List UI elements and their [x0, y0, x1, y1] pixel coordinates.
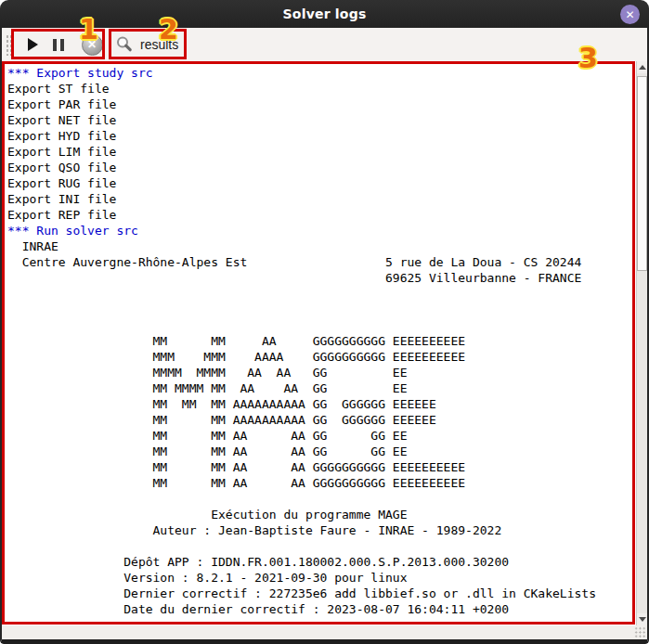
- log-line: Auteur : Jean-Baptiste Faure - INRAE - 1…: [7, 522, 636, 538]
- log-line: [7, 538, 636, 554]
- close-icon: ✕: [625, 8, 634, 21]
- play-button[interactable]: [21, 32, 44, 57]
- results-button-label: results: [140, 37, 178, 52]
- scrollbar-thumb[interactable]: [637, 76, 647, 271]
- log-line: 69625 Villeurbanne - FRANCE: [7, 270, 636, 286]
- log-line: Export REP file: [7, 207, 636, 223]
- cancel-button[interactable]: ✕: [80, 32, 104, 57]
- scrollbar-down-button[interactable]: [637, 613, 647, 625]
- log-line: Export HYD file: [7, 128, 636, 144]
- log-line: MM MM AAAAAAAAAA GG GGGGGG EEEEEE: [7, 412, 636, 428]
- log-line: MM MM MM AAAAAAAAAA GG GGGGGG EEEEEE: [7, 396, 636, 412]
- log-line: Dépôt APP : IDDN.FR.001.180002.000.S.P.2…: [7, 554, 636, 570]
- log-line: Export QSO file: [7, 160, 636, 175]
- log-line: Dernier correctif : 227235e6 add libbief…: [7, 586, 636, 601]
- window-body: ✕ results *** Export study srcExport ST …: [0, 28, 649, 644]
- screen: Solver logs ✕ ✕: [0, 0, 649, 644]
- toolbar: ✕ results: [2, 28, 647, 61]
- log-area[interactable]: *** Export study srcExport ST fileExport…: [2, 61, 636, 625]
- log-line: [7, 491, 636, 507]
- resize-grip[interactable]: [634, 626, 646, 638]
- log-line: MM MMMM MM AA AA GG EE: [7, 380, 636, 396]
- log-line: *** Export study src: [7, 65, 636, 81]
- down-arrow-icon: [639, 617, 646, 622]
- log-line: Centre Auvergne-Rhône-Alpes Est 5 rue de…: [7, 254, 636, 270]
- log-line: [7, 302, 636, 317]
- log-line: [7, 286, 636, 302]
- toolbar-grip-handle[interactable]: [6, 34, 13, 56]
- search-icon: [115, 35, 134, 54]
- log-line: Export RUG file: [7, 175, 636, 191]
- up-arrow-icon: [639, 65, 646, 70]
- log-line: Export ST file: [7, 81, 636, 97]
- log-line: MM MM AA AA GGGGGGGGGG EEEEEEEEEE: [7, 459, 636, 475]
- log-line: Export NET file: [7, 112, 636, 128]
- log-line: *** Run solver src: [7, 223, 636, 238]
- log-line: MM MM AA AA GG GG EE: [7, 444, 636, 459]
- log-text: *** Export study srcExport ST fileExport…: [2, 61, 636, 617]
- status-bar: [2, 625, 647, 639]
- close-button[interactable]: ✕: [620, 5, 640, 24]
- log-line: Exécution du programme MAGE: [7, 507, 636, 522]
- log-line: Date du dernier correctif : 2023-08-07 1…: [7, 601, 636, 617]
- log-line: Version : 8.2.1 - 2021-09-30 pour linux: [7, 570, 636, 586]
- log-line: MM MM AA AA GGGGGGGGGG EEEEEEEEEE: [7, 475, 636, 491]
- log-line: MMMM MMMM AA AA GG EE: [7, 365, 636, 380]
- log-line: MM MM AA AA GG GG EE: [7, 428, 636, 444]
- pause-button[interactable]: [49, 32, 68, 57]
- results-button[interactable]: results: [111, 32, 182, 58]
- log-line: MMM MMM AAAA GGGGGGGGGG EEEEEEEEEE: [7, 349, 636, 365]
- log-line: Export INI file: [7, 191, 636, 207]
- vertical-scrollbar[interactable]: [636, 61, 647, 625]
- cancel-icon: ✕: [82, 34, 103, 56]
- scrollbar-up-button[interactable]: [637, 61, 647, 73]
- log-line: [7, 317, 636, 333]
- log-line: INRAE: [7, 238, 636, 254]
- log-line: Export PAR file: [7, 97, 636, 112]
- titlebar[interactable]: Solver logs ✕: [0, 0, 649, 28]
- play-icon: [28, 38, 38, 51]
- log-line: MM MM AA GGGGGGGGGG EEEEEEEEEE: [7, 333, 636, 349]
- pause-icon: [53, 39, 64, 51]
- solver-logs-window: Solver logs ✕ ✕: [0, 0, 649, 644]
- log-line: Export LIM file: [7, 144, 636, 160]
- window-title: Solver logs: [283, 6, 367, 21]
